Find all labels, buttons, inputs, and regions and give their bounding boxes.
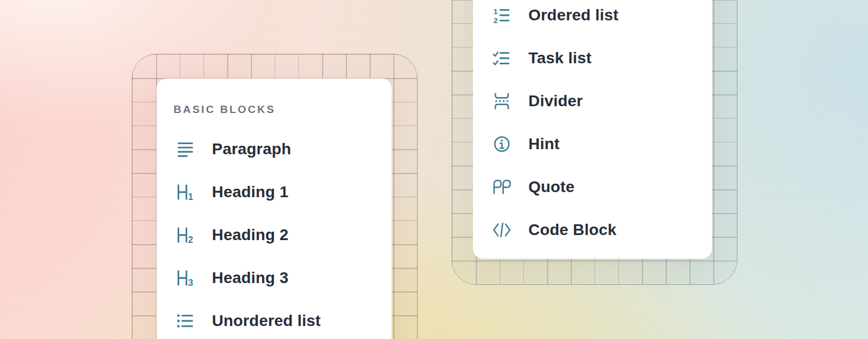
menu-item-label: Heading 3	[212, 269, 289, 287]
menu-item-quote[interactable]: Quote	[473, 166, 712, 208]
code-block-icon	[492, 220, 511, 240]
menu-item-ordered-list[interactable]: 1 2 Ordered list	[473, 0, 712, 37]
svg-text:3: 3	[188, 277, 193, 288]
paragraph-icon	[176, 139, 195, 159]
svg-text:2: 2	[493, 16, 497, 25]
menu-item-heading-3[interactable]: 3 Heading 3	[157, 257, 392, 299]
menu-item-label: Quote	[528, 178, 575, 196]
basic-blocks-menu: Paragraph 1 Heading 1 2	[157, 128, 392, 339]
menu-item-heading-2[interactable]: 2 Heading 2	[157, 214, 392, 257]
menu-item-label: Task list	[528, 49, 592, 67]
menu-item-label: Ordered list	[528, 6, 619, 24]
blocks-panel-right: 1 2 Ordered list Task list	[473, 0, 712, 259]
basic-blocks-panel: BASIC BLOCKS Paragraph 1 Heading 1	[157, 79, 392, 339]
menu-item-label: Heading 1	[212, 183, 289, 201]
ordered-list-icon: 1 2	[492, 5, 511, 25]
unordered-list-icon	[176, 311, 195, 331]
editor-block-menu-illustration: BASIC BLOCKS Paragraph 1 Heading 1	[0, 0, 868, 339]
svg-text:2: 2	[188, 234, 193, 245]
menu-item-label: Hint	[528, 135, 559, 153]
menu-item-unordered-list[interactable]: Unordered list	[157, 299, 392, 339]
blocks-menu-right: 1 2 Ordered list Task list	[473, 0, 712, 251]
hint-icon	[492, 134, 511, 154]
heading-3-icon: 3	[176, 268, 195, 288]
menu-item-label: Paragraph	[212, 140, 291, 158]
heading-2-icon: 2	[176, 225, 195, 245]
svg-text:1: 1	[188, 192, 193, 202]
menu-item-heading-1[interactable]: 1 Heading 1	[157, 171, 392, 214]
menu-item-label: Divider	[528, 92, 583, 110]
menu-item-label: Code Block	[528, 221, 617, 239]
menu-item-divider[interactable]: Divider	[473, 80, 712, 123]
menu-item-label: Unordered list	[212, 312, 321, 330]
menu-item-code-block[interactable]: Code Block	[473, 208, 712, 251]
divider-icon	[492, 91, 511, 111]
menu-item-paragraph[interactable]: Paragraph	[157, 128, 392, 171]
heading-1-icon: 1	[176, 182, 195, 202]
menu-item-task-list[interactable]: Task list	[473, 37, 712, 80]
menu-item-label: Heading 2	[212, 226, 289, 244]
task-list-icon	[492, 48, 511, 68]
quote-icon	[492, 177, 511, 197]
menu-item-hint[interactable]: Hint	[473, 123, 712, 166]
svg-text:1: 1	[493, 7, 497, 16]
section-label: BASIC BLOCKS	[173, 103, 276, 116]
